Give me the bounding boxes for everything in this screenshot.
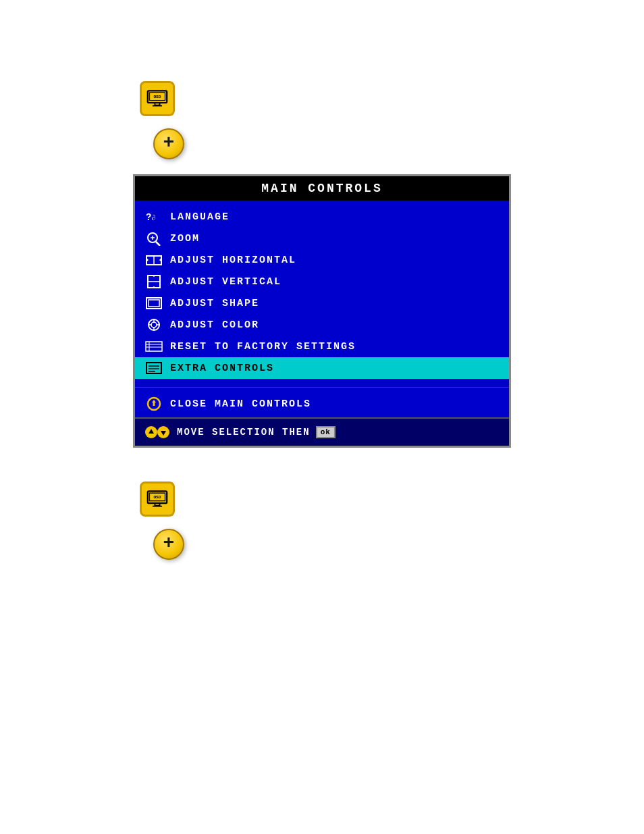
shape-icon <box>144 295 163 311</box>
close-main-label: CLOSE MAIN CONTROLS <box>170 398 311 410</box>
ok-badge: ok <box>316 426 336 438</box>
svg-rect-27 <box>146 342 162 351</box>
monitor-icon-bottom: OSD <box>140 481 175 517</box>
bottom-icon-section: OSD + <box>133 481 511 568</box>
nav-icons <box>144 424 170 440</box>
osd-menu: MAIN CONTROLS ? ∂ LANGUAGE <box>133 174 511 448</box>
svg-text:OSD: OSD <box>153 495 161 500</box>
top-icon-section: OSD + <box>133 81 511 167</box>
svg-rect-44 <box>155 503 159 506</box>
zoom-icon <box>144 230 163 246</box>
svg-point-22 <box>151 322 157 328</box>
svg-text:?: ? <box>146 212 152 223</box>
svg-rect-37 <box>153 402 155 406</box>
svg-rect-2 <box>155 103 159 105</box>
zoom-label: ZOOM <box>170 233 200 244</box>
extra-controls-label: EXTRA CONTROLS <box>170 363 274 374</box>
adjust-horizontal-label: ADJUST HORIZONTAL <box>170 255 296 266</box>
language-icon: ? ∂ <box>144 209 163 225</box>
adjust-color-label: ADJUST COLOR <box>170 319 259 331</box>
page: OSD + MAIN CONTROLS ? ∂ LANGUAGE <box>0 0 644 834</box>
menu-item-adjust-horizontal[interactable]: ADJUST HORIZONTAL <box>135 249 509 271</box>
reset-factory-label: RESET TO FACTORY SETTINGS <box>170 341 356 353</box>
menu-item-zoom[interactable]: ZOOM <box>135 228 509 249</box>
menu-item-language[interactable]: ? ∂ LANGUAGE <box>135 206 509 228</box>
close-main-icon <box>144 396 163 412</box>
svg-marker-36 <box>152 400 156 402</box>
plus-icon-top: + <box>153 128 184 159</box>
menu-item-adjust-color[interactable]: ADJUST COLOR <box>135 314 509 336</box>
osd-bottom-bar: MOVE SELECTION THEN ok <box>135 417 509 446</box>
monitor-icon-top: OSD <box>140 81 175 116</box>
osd-divider <box>135 387 509 388</box>
menu-item-adjust-shape[interactable]: ADJUST SHAPE <box>135 292 509 314</box>
osd-close-section[interactable]: CLOSE MAIN CONTROLS <box>135 390 509 417</box>
osd-title: MAIN CONTROLS <box>135 176 509 201</box>
plus-icon-bottom: + <box>153 529 184 560</box>
adjust-shape-label: ADJUST SHAPE <box>170 298 259 309</box>
adjust-vertical-label: ADJUST VERTICAL <box>170 276 281 288</box>
color-icon <box>144 317 163 333</box>
svg-marker-14 <box>159 258 161 262</box>
menu-item-reset-factory[interactable]: RESET TO FACTORY SETTINGS <box>135 336 509 357</box>
menu-item-adjust-vertical[interactable]: ADJUST VERTICAL <box>135 271 509 292</box>
language-label: LANGUAGE <box>170 211 230 223</box>
svg-text:OSD: OSD <box>153 95 161 99</box>
menu-item-extra-controls[interactable]: EXTRA CONTROLS <box>135 357 509 379</box>
reset-icon <box>144 338 163 355</box>
vertical-icon <box>144 273 163 290</box>
svg-text:∂: ∂ <box>152 213 156 221</box>
svg-rect-45 <box>153 506 162 507</box>
horizontal-icon <box>144 252 163 268</box>
bottom-bar-text: MOVE SELECTION THEN <box>177 427 311 438</box>
svg-rect-3 <box>153 105 162 107</box>
osd-menu-items: ? ∂ LANGUAGE ZOOM <box>135 201 509 384</box>
svg-marker-13 <box>146 258 149 262</box>
svg-rect-20 <box>149 300 159 307</box>
svg-line-8 <box>156 242 160 246</box>
extra-icon <box>144 360 163 376</box>
